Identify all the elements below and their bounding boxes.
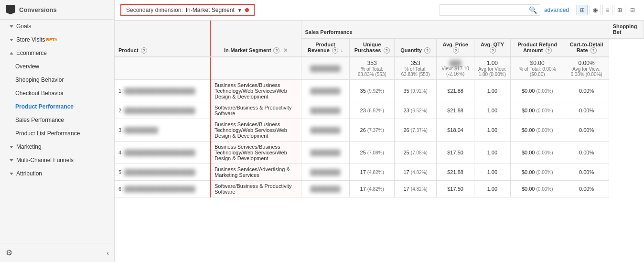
search-input[interactable]: [443, 7, 529, 13]
row-2-cart-detail: 0.00%: [564, 102, 609, 119]
revenue-value: ████████: [311, 169, 340, 175]
revenue-value: ████████: [311, 127, 340, 133]
unique-pct: (6.52%): [367, 108, 384, 113]
row-5-revenue: ████████: [301, 164, 350, 181]
in-market-column-header: In-Market Segment ? ✕: [210, 21, 301, 57]
unique-pct: (7.08%): [367, 150, 384, 155]
row-6-avg-price: $17.50: [437, 181, 474, 197]
sidebar-item-label: Goals: [16, 23, 31, 30]
sidebar-item-store-visits[interactable]: Store Visits BETA: [0, 33, 114, 46]
advanced-link[interactable]: advanced: [544, 7, 569, 13]
row-3-refund: $0.00 (0.00%): [510, 119, 564, 142]
search-box: 🔍: [440, 4, 540, 16]
collapse-sidebar-icon[interactable]: ‹: [107, 249, 109, 257]
row-5-in-market: Business Services/Advertising & Marketin…: [210, 164, 301, 181]
total-avg-price-sub: View: $17.10 (-2.16%): [440, 66, 470, 76]
unique-purchases-help[interactable]: ?: [384, 47, 390, 54]
row-6-revenue: ████████: [301, 181, 350, 197]
table-row: 6. ███████████████████ Software/Business…: [115, 181, 644, 197]
row-1-avg-qty: 1.00: [474, 80, 510, 102]
gear-icon[interactable]: ⚙: [6, 248, 12, 257]
globe-view-button[interactable]: ◉: [590, 5, 601, 15]
sidebar-item-shopping-behavior[interactable]: Shopping Behavior: [0, 73, 114, 87]
list-view-button[interactable]: ≡: [602, 5, 612, 15]
total-refund-value: $0.00: [515, 60, 560, 66]
row-3-quantity: 26 (7.37%): [394, 119, 437, 142]
revenue-value: ████████: [311, 186, 340, 192]
secondary-dim-label: Secondary dimension:: [126, 7, 183, 13]
table-row: 3. █████████ Business Services/Business …: [115, 119, 644, 142]
row-1-in-market: Business Services/Business Technology/We…: [210, 80, 301, 102]
sidebar-item-label: Ecommerce: [16, 50, 47, 56]
grid-view-button[interactable]: ⊞: [577, 5, 588, 15]
row-1-cart-detail: 0.00%: [564, 80, 609, 102]
product-refund-help[interactable]: ?: [546, 47, 552, 54]
sidebar-item-ecommerce[interactable]: Ecommerce: [0, 46, 114, 60]
row-5-quantity: 17 (4.82%): [394, 164, 437, 181]
product-help-icon[interactable]: ?: [141, 47, 147, 54]
in-market-help-icon[interactable]: ?: [273, 47, 279, 54]
row-3-product: 3. █████████: [115, 119, 210, 142]
arrow-icon: [10, 173, 13, 175]
row-1-quantity: 35 (9.92%): [394, 80, 437, 102]
row-6-in-market: Software/Business & Productivity Softwar…: [210, 181, 301, 197]
row-3-avg-price: $18.04: [437, 119, 474, 142]
table-total-row: ████████ 353 % of Total: 63.83% (553) 35…: [115, 57, 644, 80]
row-4-in-market: Business Services/Business Technology/We…: [210, 142, 301, 164]
total-cart-detail-sub: Avg for View: 0.00% (0.00%): [568, 66, 604, 77]
sidebar-item-sales-performance[interactable]: Sales Performance: [0, 113, 114, 127]
row-6-cart-detail: 0.00%: [564, 181, 609, 197]
secondary-dim-value: In-Market Segment: [186, 7, 235, 13]
sidebar-item-product-list-performance[interactable]: Product List Performance: [0, 127, 114, 140]
total-avg-price-value: ███: [450, 60, 461, 66]
secondary-dimension-selector[interactable]: Secondary dimension: In-Market Segment ▼: [120, 4, 255, 16]
sidebar-item-goals[interactable]: Goals: [0, 20, 114, 33]
row-6-refund: $0.00 (0.00%): [510, 181, 564, 197]
sidebar-item-attribution[interactable]: Attribution: [0, 167, 114, 180]
total-avg-price-cell: ███ View: $17.10 (-2.16%): [437, 57, 474, 80]
unique-pct: (9.92%): [367, 88, 384, 94]
beta-badge: BETA: [46, 37, 57, 42]
product-name: ███████████████████: [124, 88, 195, 94]
revenue-value: ████████: [311, 150, 340, 155]
toolbar: Secondary dimension: In-Market Segment ▼…: [115, 0, 644, 21]
custom-view-button[interactable]: ⊟: [627, 5, 638, 15]
search-icon[interactable]: 🔍: [529, 6, 537, 14]
row-5-avg-qty: 1.00: [474, 164, 510, 181]
revenue-value: ████████: [311, 108, 340, 113]
row-3-avg-qty: 1.00: [474, 119, 510, 142]
product-revenue-header: Product Revenue ? ↓: [301, 38, 350, 57]
cart-detail-help[interactable]: ?: [590, 47, 597, 54]
sidebar-item-overview[interactable]: Overview: [0, 60, 114, 73]
sidebar-item-product-performance[interactable]: Product Performance: [0, 100, 114, 113]
total-product-cell: [115, 57, 210, 80]
total-avg-qty-cell: 1.00 Avg for View: 1.00 (0.00%): [474, 57, 510, 80]
sidebar-item-checkout-behavior[interactable]: Checkout Behavior: [0, 87, 114, 100]
product-name: ███████████████████: [124, 150, 195, 155]
row-6-quantity: 17 (4.82%): [394, 181, 437, 197]
row-1-product: 1. ███████████████████: [115, 80, 210, 102]
avg-price-help[interactable]: ?: [453, 47, 459, 54]
product-revenue-help[interactable]: ?: [332, 47, 338, 54]
sidebar-item-label: Shopping Behavior: [15, 76, 64, 83]
sidebar-item-label: Product Performance: [15, 103, 74, 110]
row-2-quantity: 23 (6.52%): [394, 102, 437, 119]
product-name: █████████: [124, 127, 158, 133]
sidebar-item-multi-channel[interactable]: Multi-Channel Funnels: [0, 153, 114, 167]
sidebar-item-label: Product List Performance: [15, 130, 80, 137]
row-3-revenue: ████████: [301, 119, 350, 142]
arrow-icon: [10, 52, 13, 55]
row-number: 3.: [118, 127, 123, 133]
sidebar-item-marketing[interactable]: Marketing: [0, 140, 114, 153]
avg-price-header: Avg. Price ?: [437, 38, 474, 57]
pivot-view-button[interactable]: ⊞: [614, 5, 625, 15]
unique-pct: (7.37%): [367, 128, 384, 133]
avg-qty-help[interactable]: ?: [490, 47, 496, 54]
remove-dim-icon[interactable]: ✕: [283, 47, 288, 53]
total-avg-qty-value: 1.00: [478, 60, 506, 66]
row-5-cart-detail: 0.00%: [564, 164, 609, 181]
total-quantity-sub: % of Total: 63.83% (553): [398, 66, 433, 77]
sort-icon[interactable]: ↓: [341, 48, 343, 53]
row-number: 4.: [118, 150, 123, 155]
quantity-help[interactable]: ?: [424, 47, 430, 54]
